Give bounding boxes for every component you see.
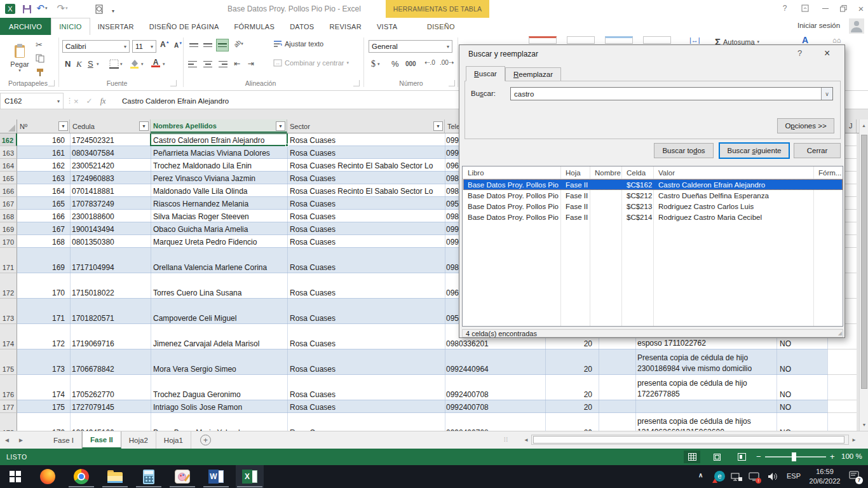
decrease-indent-icon[interactable]: ⇤ bbox=[234, 59, 240, 68]
result-cell[interactable]: Base Datos Proy. Pollos Pio Pio.xlsx bbox=[465, 212, 560, 222]
paint-icon[interactable] bbox=[168, 465, 196, 488]
cell-numero[interactable]: 166 bbox=[17, 210, 70, 222]
result-cell[interactable] bbox=[592, 212, 621, 222]
cell-numero[interactable]: 162 bbox=[17, 159, 70, 172]
tab-diseno[interactable]: DISEÑO bbox=[419, 18, 463, 35]
cell-telefono[interactable]: 0992440964 bbox=[445, 349, 545, 375]
row-header[interactable]: 178 bbox=[0, 413, 17, 431]
number-dialog-launcher[interactable] bbox=[449, 80, 455, 86]
filter-icon[interactable]: ▼ bbox=[276, 121, 285, 131]
result-cell[interactable]: Fase II bbox=[563, 201, 590, 212]
cell-numero[interactable]: 164 bbox=[17, 184, 70, 197]
scroll-up-icon[interactable]: ▲ bbox=[860, 119, 868, 131]
row-header[interactable]: 162 bbox=[0, 133, 17, 146]
filter-icon[interactable]: ▼ bbox=[139, 121, 149, 131]
row-header[interactable]: 167 bbox=[0, 197, 17, 210]
result-cell[interactable]: Base Datos Proy. Pollos Pio Pio.xlsx bbox=[465, 179, 560, 190]
close-button[interactable]: Cerrar bbox=[794, 143, 841, 158]
customize-qat-icon[interactable]: ▾ bbox=[107, 4, 119, 17]
alignment-dialog-launcher[interactable] bbox=[353, 80, 360, 86]
row-header[interactable]: 176 bbox=[0, 375, 17, 400]
cell-cedula[interactable]: 1724960883 bbox=[70, 172, 151, 184]
cell-flag[interactable]: NO bbox=[776, 375, 827, 400]
wrap-text-button[interactable]: Ajustar texto bbox=[273, 40, 323, 48]
row-header[interactable]: 169 bbox=[0, 222, 17, 235]
horizontal-scroll-thumb[interactable] bbox=[533, 436, 844, 444]
cell-cantidad[interactable]: 20 bbox=[545, 400, 599, 413]
eset-tray-icon[interactable]: e bbox=[714, 471, 725, 482]
result-cell[interactable]: Fase II bbox=[563, 212, 590, 222]
cell-numero[interactable]: 163 bbox=[17, 172, 70, 184]
filter-icon[interactable]: ▼ bbox=[433, 121, 443, 131]
tab-archivo[interactable]: ARCHIVO bbox=[0, 18, 51, 35]
font-color-dropdown-icon[interactable]: ▾ bbox=[163, 62, 165, 67]
cell-sector[interactable]: Rosa Cuases bbox=[287, 133, 445, 146]
cell-nombres[interactable]: Orellana Valencia Marlene Corina bbox=[151, 248, 287, 273]
row-header[interactable]: 170 bbox=[0, 235, 17, 248]
display-alert-tray-icon[interactable]: ! bbox=[749, 472, 759, 483]
decrease-font-icon[interactable]: A▼ bbox=[174, 41, 182, 49]
cell-telefono[interactable]: 0992400708 bbox=[445, 400, 545, 413]
cell-cedula[interactable]: 1727079145 bbox=[70, 400, 151, 413]
cell-sector[interactable]: Rosa Cuases bbox=[287, 299, 445, 324]
row-header[interactable]: 165 bbox=[0, 172, 17, 184]
avatar[interactable] bbox=[849, 18, 864, 36]
zoom-out-icon[interactable]: − bbox=[756, 452, 761, 461]
cell-cedula[interactable]: 1304945100 bbox=[70, 413, 151, 431]
fill-color-icon[interactable]: ▾ bbox=[130, 59, 144, 69]
scroll-down-icon[interactable]: ▼ bbox=[860, 419, 868, 430]
select-all-corner[interactable] bbox=[0, 119, 17, 133]
row-header[interactable]: 174 bbox=[0, 324, 17, 349]
result-cell[interactable] bbox=[592, 201, 621, 212]
cell-observaciones[interactable]: presenta copia de cédula de hijo17226778… bbox=[635, 375, 776, 400]
sort-filter-icon[interactable]: A bbox=[802, 35, 808, 45]
cell-nombres[interactable]: Jimenez Carvajal Adela Marisol bbox=[151, 324, 287, 349]
redo-icon[interactable]: ↷▾ bbox=[56, 2, 69, 15]
cell-cedula[interactable]: 0701418881 bbox=[70, 184, 151, 197]
cell-numero[interactable]: 174 bbox=[17, 375, 70, 400]
language-indicator[interactable]: ESP bbox=[787, 472, 801, 480]
merge-center-button[interactable]: ↔ Combinar y centrar▾ bbox=[273, 59, 349, 67]
fill-handle[interactable] bbox=[285, 144, 288, 147]
row-header[interactable]: 171 bbox=[0, 248, 17, 273]
cell-cedula[interactable]: 1701820571 bbox=[70, 299, 151, 324]
sheet-nav-right-icon[interactable]: ► bbox=[14, 437, 28, 444]
cell-cedula[interactable]: 0801350380 bbox=[70, 235, 151, 248]
borders-icon[interactable]: ▾ bbox=[109, 59, 123, 69]
cell-sector[interactable]: Rosa Cuases bbox=[287, 413, 445, 431]
number-format-select[interactable]: General▾ bbox=[369, 40, 452, 53]
row-header[interactable]: 177 bbox=[0, 400, 17, 413]
table-row[interactable]: 1761304945100Parra Bravo Maria YolandaRo… bbox=[0, 413, 857, 431]
cell-cedula[interactable]: 1707837249 bbox=[70, 197, 151, 210]
table-row[interactable]: 1731706678842Mora Vera Sergio SimeoRosa … bbox=[0, 349, 857, 375]
tray-expand-icon[interactable]: ∧ bbox=[698, 471, 703, 478]
cell-cantidad[interactable]: 20 bbox=[545, 349, 599, 375]
cell-numero[interactable]: 161 bbox=[17, 146, 70, 159]
row-header[interactable]: 172 bbox=[0, 273, 17, 299]
close-icon[interactable]: × bbox=[853, 3, 868, 14]
help-icon[interactable]: ? bbox=[776, 3, 793, 14]
bold-button[interactable]: N bbox=[65, 59, 71, 69]
result-cell[interactable] bbox=[592, 179, 621, 190]
results-header-nombre[interactable]: Nombre bbox=[592, 166, 621, 179]
calculator-icon[interactable] bbox=[135, 465, 163, 488]
align-top-icon[interactable] bbox=[188, 40, 200, 50]
cell-sector[interactable]: Rosa Cuases bbox=[287, 349, 445, 375]
sheet-tab-hoja1[interactable]: Hoja1 bbox=[156, 431, 191, 449]
table-style-thumbnail[interactable] bbox=[605, 36, 633, 44]
cell-nombres[interactable]: Obaco Guicha Maria Amelia bbox=[151, 222, 287, 235]
cell-sector[interactable]: Rosa Cuases bbox=[287, 400, 445, 413]
cell-numero[interactable]: 168 bbox=[17, 235, 70, 248]
copy-icon[interactable] bbox=[36, 54, 44, 63]
cell-nombres[interactable]: Riascos Hernandez Melania bbox=[151, 197, 287, 210]
cell-cedula[interactable]: 1719069716 bbox=[70, 324, 151, 349]
results-header-libro[interactable]: Libro bbox=[465, 166, 560, 179]
search-dropdown-icon[interactable]: ∨ bbox=[821, 88, 832, 100]
results-header-frm[interactable]: Fórm... bbox=[816, 166, 843, 179]
cell-sector[interactable]: Rosa Cuases Recinto El Sabalo Sector Lo bbox=[287, 159, 445, 172]
tab-inicio[interactable]: INICIO bbox=[51, 18, 90, 35]
cell-cedula[interactable]: 1724502321 bbox=[70, 133, 151, 146]
zoom-in-icon[interactable]: + bbox=[830, 452, 835, 461]
sheet-tab-fase-i[interactable]: Fase I bbox=[46, 431, 82, 449]
cell-nombres[interactable]: Peñarrieta Macias Viviana Dolores bbox=[151, 146, 287, 159]
